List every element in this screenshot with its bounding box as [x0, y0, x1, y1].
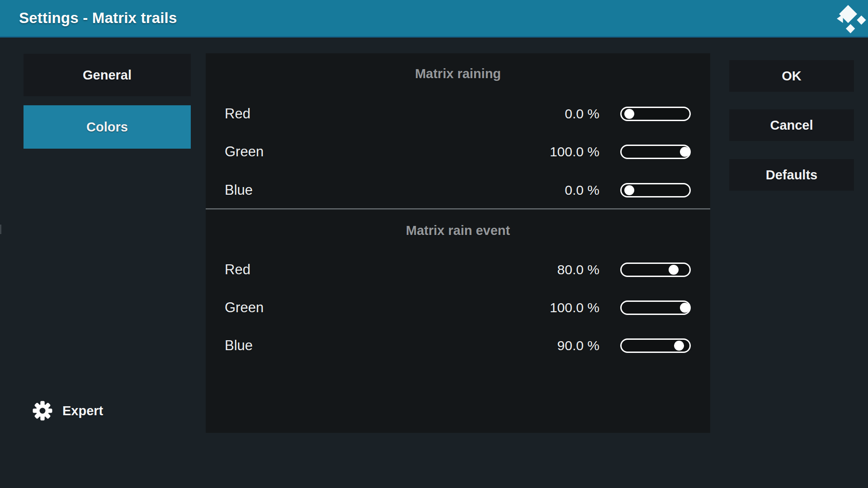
setting-row-event-blue[interactable]: Blue 90.0 % [206, 332, 710, 359]
raining-red-slider[interactable] [620, 107, 691, 121]
setting-label: Red [225, 262, 557, 278]
setting-row-raining-red[interactable]: Red 0.0 % [206, 100, 710, 127]
title-bar: Settings - Matrix trails [0, 0, 868, 38]
slider-knob[interactable] [680, 147, 690, 157]
setting-label: Blue [225, 182, 565, 198]
setting-row-raining-blue[interactable]: Blue 0.0 % [206, 177, 710, 204]
raining-green-slider[interactable] [620, 145, 691, 159]
kodi-logo-icon [837, 5, 866, 33]
settings-level-label: Expert [62, 404, 103, 418]
tab-colors[interactable]: Colors [24, 105, 191, 149]
setting-value: 0.0 % [565, 106, 599, 122]
setting-label: Red [225, 106, 565, 122]
section-title-matrix-raining: Matrix raining [206, 62, 710, 85]
gear-icon [33, 401, 52, 421]
slider-knob[interactable] [674, 341, 684, 351]
settings-panel: Matrix raining Red 0.0 % Green 100.0 % B… [206, 53, 710, 433]
slider-knob[interactable] [669, 265, 679, 275]
slider-knob[interactable] [680, 303, 690, 313]
setting-value: 80.0 % [557, 262, 599, 277]
setting-row-raining-green[interactable]: Green 100.0 % [206, 138, 710, 165]
section-title-matrix-rain-event: Matrix rain event [206, 219, 710, 242]
settings-level-toggle[interactable]: Expert [33, 400, 103, 422]
setting-value: 100.0 % [550, 300, 599, 315]
setting-value: 0.0 % [565, 183, 599, 198]
event-green-slider[interactable] [620, 300, 691, 315]
cancel-button[interactable]: Cancel [729, 109, 854, 141]
setting-label: Green [225, 144, 550, 160]
setting-row-event-green[interactable]: Green 100.0 % [206, 294, 710, 321]
tab-general[interactable]: General [24, 54, 191, 96]
setting-value: 90.0 % [557, 338, 599, 353]
section-separator [206, 208, 710, 210]
setting-value: 100.0 % [550, 144, 599, 160]
settings-dialog: Settings - Matrix trails General Colors … [0, 0, 868, 488]
dialog-title: Settings - Matrix trails [19, 9, 177, 27]
setting-row-event-red[interactable]: Red 80.0 % [206, 256, 710, 283]
event-blue-slider[interactable] [620, 338, 691, 353]
left-edge-mark [0, 225, 1, 234]
raining-blue-slider[interactable] [620, 183, 691, 197]
slider-knob[interactable] [624, 109, 634, 119]
setting-label: Blue [225, 338, 557, 354]
defaults-button[interactable]: Defaults [729, 159, 854, 191]
slider-knob[interactable] [624, 185, 634, 195]
ok-button[interactable]: OK [729, 60, 854, 92]
event-red-slider[interactable] [620, 263, 691, 277]
setting-label: Green [225, 300, 550, 316]
